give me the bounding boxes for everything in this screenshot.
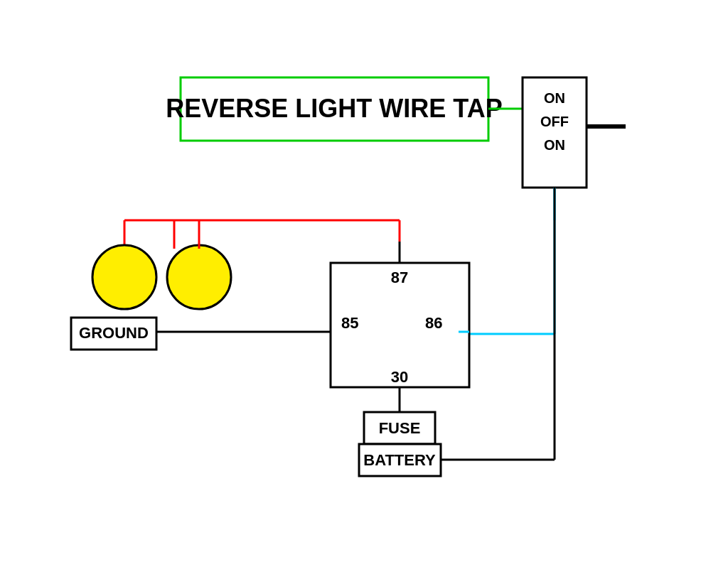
pin87-label: 87 bbox=[391, 269, 408, 286]
switch-on-bottom: ON bbox=[544, 137, 565, 153]
fuse-label: FUSE bbox=[379, 419, 421, 437]
title-label: REVERSE LIGHT WIRE TAP bbox=[166, 94, 502, 123]
light-2 bbox=[167, 245, 231, 309]
pin86-label: 86 bbox=[425, 314, 442, 332]
pin85-label: 85 bbox=[341, 314, 358, 332]
pin30-label: 30 bbox=[391, 368, 408, 386]
light-1 bbox=[92, 245, 156, 309]
battery-label: BATTERY bbox=[363, 451, 436, 469]
switch-on-top: ON bbox=[544, 90, 565, 106]
ground-label: GROUND bbox=[79, 324, 149, 342]
wiring-diagram: REVERSE LIGHT WIRE TAP ON OFF ON 87 bbox=[0, 0, 728, 562]
switch-off: OFF bbox=[540, 114, 569, 129]
